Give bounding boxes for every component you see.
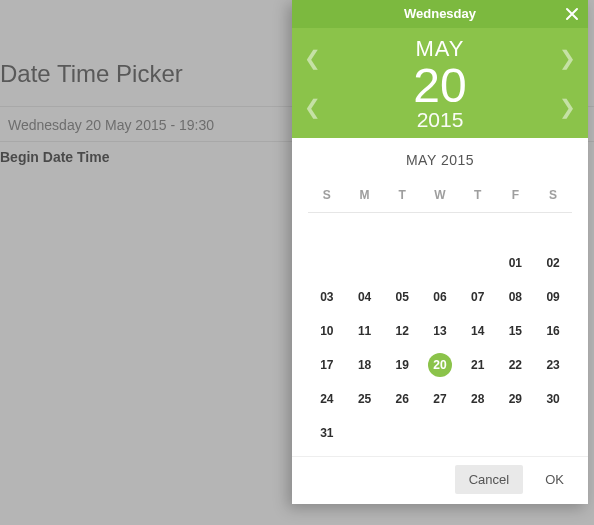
calendar-cell[interactable]: 22 <box>497 348 535 382</box>
dow-header: T <box>383 182 421 213</box>
dow-header: S <box>308 182 346 213</box>
calendar-cell[interactable]: 15 <box>497 314 535 348</box>
selected-year[interactable]: 2015 <box>292 108 588 132</box>
dow-header: T <box>459 182 497 213</box>
calendar-cell[interactable]: 31 <box>308 416 346 450</box>
calendar-cell-empty <box>459 246 497 280</box>
calendar-cell[interactable]: 23 <box>534 348 572 382</box>
calendar-cell[interactable]: 30 <box>534 382 572 416</box>
calendar-cell-empty <box>497 416 535 450</box>
selected-day-pill: 20 <box>428 353 452 377</box>
calendar-grid: SMTWTFS 01020304050607080910111213141516… <box>308 182 572 451</box>
calendar-cell[interactable]: 11 <box>346 314 384 348</box>
calendar-cell-empty <box>459 416 497 450</box>
selected-day[interactable]: 20 <box>292 62 588 110</box>
calendar-cell-empty <box>534 416 572 450</box>
selected-month[interactable]: MAY <box>292 36 588 62</box>
calendar-cell[interactable]: 17 <box>308 348 346 382</box>
calendar-cell[interactable]: 12 <box>383 314 421 348</box>
calendar-cell[interactable]: 02 <box>534 246 572 280</box>
calendar-title: MAY 2015 <box>308 152 572 168</box>
calendar-cell[interactable]: 10 <box>308 314 346 348</box>
calendar-cell[interactable]: 03 <box>308 280 346 314</box>
cancel-button[interactable]: Cancel <box>455 465 523 494</box>
calendar-cell[interactable]: 27 <box>421 382 459 416</box>
calendar-cell[interactable]: 07 <box>459 280 497 314</box>
picker-footer: Cancel OK <box>292 456 588 504</box>
calendar-cell[interactable]: 16 <box>534 314 572 348</box>
calendar-row: 24252627282930 <box>308 382 572 416</box>
calendar-cell[interactable]: 18 <box>346 348 384 382</box>
calendar-cell-selected[interactable]: 20 <box>421 348 459 382</box>
calendar-cell-empty <box>308 246 346 280</box>
calendar-row: 10111213141516 <box>308 314 572 348</box>
dow-header: F <box>497 182 535 213</box>
calendar-cell[interactable]: 19 <box>383 348 421 382</box>
calendar-cell-empty <box>421 416 459 450</box>
calendar-cell-empty <box>346 416 384 450</box>
dow-header: W <box>421 182 459 213</box>
calendar-row: 03040506070809 <box>308 280 572 314</box>
calendar-cell[interactable]: 08 <box>497 280 535 314</box>
calendar: MAY 2015 SMTWTFS 01020304050607080910111… <box>292 138 588 457</box>
calendar-cell[interactable]: 25 <box>346 382 384 416</box>
calendar-cell[interactable]: 28 <box>459 382 497 416</box>
calendar-cell[interactable]: 06 <box>421 280 459 314</box>
calendar-cell[interactable]: 05 <box>383 280 421 314</box>
calendar-divider <box>308 212 572 246</box>
dow-header: S <box>534 182 572 213</box>
picker-header-date: ❮ ❮ MAY 20 2015 ❯ ❯ <box>292 28 588 138</box>
nav-right: ❯ ❯ <box>552 28 586 138</box>
calendar-cell[interactable]: 09 <box>534 280 572 314</box>
calendar-cell[interactable]: 24 <box>308 382 346 416</box>
ok-button[interactable]: OK <box>531 465 578 494</box>
calendar-row: 31 <box>308 416 572 450</box>
prev-month-icon[interactable]: ❮ <box>304 46 321 70</box>
calendar-cell[interactable]: 29 <box>497 382 535 416</box>
calendar-cell-empty <box>346 246 384 280</box>
calendar-cell[interactable]: 21 <box>459 348 497 382</box>
selected-weekday: Wednesday <box>404 6 476 21</box>
calendar-cell[interactable]: 04 <box>346 280 384 314</box>
calendar-cell[interactable]: 26 <box>383 382 421 416</box>
next-month-icon[interactable]: ❯ <box>559 46 576 70</box>
next-year-icon[interactable]: ❯ <box>559 95 576 119</box>
dow-header: M <box>346 182 384 213</box>
close-icon[interactable] <box>564 6 580 22</box>
calendar-cell[interactable]: 14 <box>459 314 497 348</box>
calendar-row: 17181920212223 <box>308 348 572 382</box>
picker-header-weekday-bar: Wednesday <box>292 0 588 28</box>
calendar-cell-empty <box>383 246 421 280</box>
calendar-cell[interactable]: 01 <box>497 246 535 280</box>
calendar-cell-empty <box>421 246 459 280</box>
calendar-cell-empty <box>383 416 421 450</box>
datetime-picker: Wednesday ❮ ❮ MAY 20 2015 ❯ ❯ MAY 2015 S… <box>292 0 588 504</box>
calendar-row: 0102 <box>308 246 572 280</box>
calendar-cell[interactable]: 13 <box>421 314 459 348</box>
